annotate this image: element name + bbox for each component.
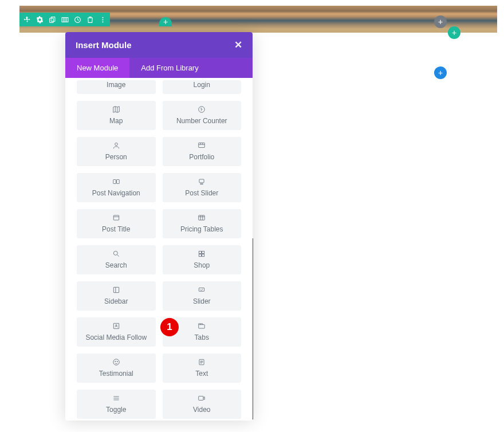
tab-new-module[interactable]: New Module	[65, 58, 129, 78]
svg-rect-13	[116, 180, 119, 184]
module-shop[interactable]: Shop	[163, 245, 242, 274]
module-label: Social Media Follow	[85, 333, 147, 341]
move-icon[interactable]	[21, 13, 33, 26]
module-testimonial[interactable]: Testimonial	[77, 354, 156, 383]
module-label: Map	[109, 117, 123, 125]
map-icon	[112, 105, 120, 113]
post-navigation-icon	[112, 178, 120, 186]
svg-point-15	[200, 184, 201, 184]
svg-point-20	[113, 251, 117, 255]
module-number-counter[interactable]: Number Counter	[163, 101, 242, 130]
portfolio-icon	[198, 142, 206, 150]
module-label: Shop	[194, 261, 210, 269]
svg-point-28	[116, 325, 117, 326]
module-toggle[interactable]: Toggle	[77, 390, 156, 419]
module-label: Video	[193, 406, 210, 414]
module-social-media-follow[interactable]: Social Media Follow	[77, 317, 156, 347]
svg-rect-34	[199, 396, 203, 400]
module-login[interactable]: Login	[163, 80, 242, 94]
module-label: Search	[105, 261, 127, 269]
svg-rect-25	[113, 287, 119, 292]
counter-icon	[198, 105, 206, 113]
trash-icon[interactable]	[84, 13, 96, 26]
module-post-navigation[interactable]: Post Navigation	[77, 173, 156, 202]
svg-rect-3	[64, 17, 65, 22]
insert-module-modal: Insert Module ✕ New Module Add From Libr…	[65, 32, 253, 421]
add-teal-button[interactable]: +	[448, 26, 460, 39]
module-label: Login	[194, 81, 210, 89]
svg-point-32	[117, 361, 117, 362]
svg-rect-21	[199, 251, 202, 253]
module-label: Testimonial	[99, 370, 133, 378]
module-label: Sidebar	[104, 297, 128, 305]
gear-icon[interactable]	[33, 13, 46, 26]
duplicate-icon[interactable]	[46, 13, 58, 26]
tab-add-from-library[interactable]: Add From Library	[129, 58, 210, 78]
module-post-title[interactable]: Post Title	[77, 209, 156, 238]
toggle-icon	[112, 394, 120, 402]
module-label: Post Title	[102, 225, 130, 233]
module-label: Toggle	[106, 406, 126, 414]
annotation-badge-1: 1	[160, 318, 179, 336]
module-slider[interactable]: Slider	[163, 281, 242, 311]
svg-rect-4	[66, 17, 68, 22]
modal-body: Image Login Map Number Counter Person Po…	[65, 78, 253, 421]
module-label: Post Navigation	[92, 189, 140, 197]
module-image[interactable]: Image	[77, 80, 156, 94]
close-icon[interactable]: ✕	[234, 39, 242, 51]
add-gray-button[interactable]: +	[434, 15, 447, 28]
module-label: Number Counter	[176, 117, 227, 125]
svg-rect-24	[202, 254, 204, 257]
svg-rect-14	[199, 179, 204, 183]
svg-point-31	[115, 361, 115, 362]
sidebar-icon	[112, 286, 120, 294]
shop-icon	[198, 250, 206, 258]
text-icon	[198, 358, 206, 366]
svg-point-10	[115, 143, 117, 146]
svg-rect-22	[202, 251, 204, 253]
module-label: Portfolio	[189, 153, 214, 161]
module-pricing-tables[interactable]: Pricing Tables	[163, 209, 242, 238]
svg-rect-19	[199, 215, 205, 220]
video-icon	[198, 394, 206, 402]
module-label: Text	[195, 370, 208, 378]
modal-title: Insert Module	[76, 40, 132, 50]
svg-rect-26	[199, 288, 204, 292]
module-portfolio[interactable]: Portfolio	[163, 137, 242, 166]
module-search[interactable]: Search	[77, 245, 156, 274]
tabs-icon	[198, 322, 206, 330]
svg-rect-29	[199, 325, 205, 328]
add-blue-button[interactable]: +	[434, 66, 447, 79]
person-icon	[112, 142, 120, 150]
save-icon[interactable]	[71, 13, 84, 26]
svg-rect-12	[113, 180, 116, 184]
pricing-tables-icon	[198, 214, 206, 222]
svg-point-30	[113, 359, 120, 366]
module-label: Post Slider	[185, 189, 218, 197]
module-label: Slider	[193, 297, 211, 305]
slider-icon	[198, 286, 206, 294]
svg-rect-2	[62, 17, 64, 22]
svg-point-9	[199, 107, 205, 113]
svg-rect-18	[113, 215, 119, 220]
post-title-icon	[112, 214, 120, 222]
module-label: Image	[107, 81, 125, 89]
module-video[interactable]: Video	[163, 390, 242, 419]
add-section-button[interactable]: +	[159, 17, 172, 26]
search-icon	[112, 250, 120, 258]
module-text[interactable]: Text	[163, 354, 242, 383]
modal-header: Insert Module ✕	[65, 32, 253, 58]
svg-point-8	[102, 21, 103, 22]
module-map[interactable]: Map	[77, 101, 156, 130]
module-label: Tabs	[195, 333, 209, 341]
testimonial-icon	[112, 358, 120, 366]
columns-icon[interactable]	[58, 13, 71, 26]
module-person[interactable]: Person	[77, 137, 156, 166]
module-grid: Image Login Map Number Counter Person Po…	[77, 80, 241, 421]
more-icon[interactable]	[96, 13, 109, 26]
svg-point-7	[102, 19, 103, 20]
module-sidebar[interactable]: Sidebar	[77, 281, 156, 311]
modal-tabs: New Module Add From Library	[65, 58, 253, 78]
module-post-slider[interactable]: Post Slider	[163, 173, 242, 202]
section-toolbar	[19, 13, 110, 26]
